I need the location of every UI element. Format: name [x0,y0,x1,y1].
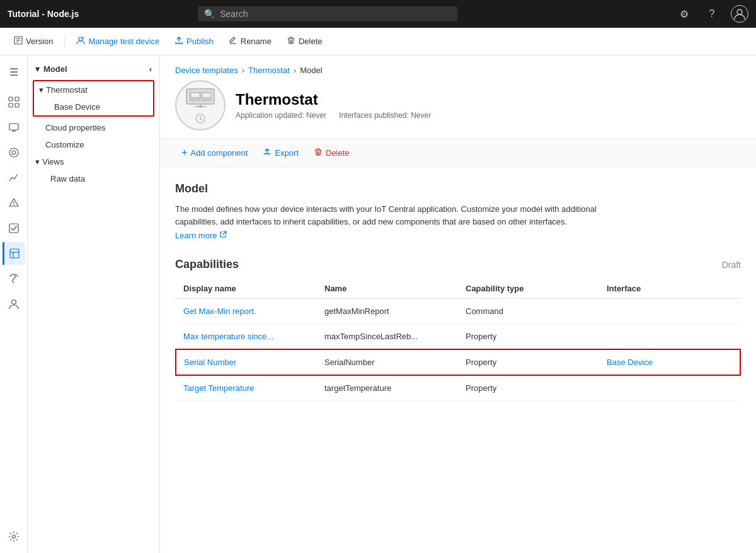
capability-display-name[interactable]: Serial Number [176,349,317,375]
sidebar-thermostat-item[interactable]: ▾ Thermostat [34,81,153,98]
search-input[interactable] [220,9,451,19]
capability-type: Property [458,375,599,401]
delete-content-button[interactable]: Delete [307,144,356,161]
content-body: Model The model defines how your device … [160,167,756,416]
sidebar-collapse-toggle[interactable]: ‹ [149,64,152,74]
sidebar-customize-item[interactable]: Customize [28,136,159,153]
table-row[interactable]: Get Max-Min report.getMaxMinReportComman… [176,299,740,324]
device-groups-icon[interactable] [3,141,25,164]
help-icon[interactable]: ? [703,5,721,23]
manage-test-device-button[interactable]: Manage test device [70,33,166,50]
settings-nav-icon[interactable] [3,525,25,548]
device-templates-icon[interactable] [3,242,25,265]
manage-device-icon [76,36,85,47]
model-collapse-icon: ▾ [35,64,40,74]
capabilities-thead: Display name Name Capability type Interf… [176,279,740,299]
svg-point-23 [11,300,16,305]
devices-icon[interactable] [3,116,25,139]
col-capability-type: Capability type [458,279,599,299]
delete-toolbar-button[interactable]: Delete [280,33,329,50]
sidebar-cloud-properties-item[interactable]: Cloud properties [28,119,159,136]
capability-interface [599,375,740,401]
svg-rect-10 [15,103,19,107]
capability-display-name[interactable]: Target Temperature [176,375,317,401]
capability-link[interactable]: Serial Number [184,358,236,367]
sidebar-thermostat-group: ▾ Thermostat Base Device [33,80,154,117]
capability-link[interactable]: Max temperature since... [183,332,273,341]
svg-rect-8 [15,97,19,101]
capability-interface [599,324,740,350]
sidebar-model-section: ▾ Model ‹ ▾ Thermostat Base Device Cloud… [28,55,159,192]
sidebar-thermostat-label: Thermostat [46,85,88,95]
data-export-icon[interactable] [3,267,25,290]
breadcrumb-device-templates[interactable]: Device templates [175,66,238,75]
main-content: Device templates › Thermostat › Model [160,55,756,553]
add-icon: + [181,147,187,158]
sidebar-raw-data-item[interactable]: Raw data [28,170,159,187]
col-name: Name [317,279,458,299]
jobs-icon[interactable] [3,217,25,240]
settings-icon[interactable]: ⚙ [675,5,693,23]
export-label: Export [275,148,299,158]
page-header: Device templates › Thermostat › Model [160,55,756,139]
left-nav: ☰ [0,55,28,553]
analytics-icon[interactable] [3,166,25,189]
draft-badge: Draft [722,260,741,270]
col-display-name: Display name [176,279,317,299]
device-icon [175,80,226,131]
breadcrumb-sep-2: › [294,66,296,75]
main-toolbar: Version Manage test device Publish Renam… [0,28,756,55]
capability-link[interactable]: Target Temperature [183,383,255,393]
sidebar-base-device-item[interactable]: Base Device [34,98,153,115]
svg-rect-11 [9,124,18,130]
sidebar-views-header[interactable]: ▾ Views [28,153,159,170]
page-meta: Application updated: Never Interfaces pu… [236,111,431,120]
publish-label: Publish [186,37,214,46]
topbar: Tutorial - Node.js 🔍 ⚙ ? [0,0,756,28]
delete-icon [287,36,295,47]
main-layout: ☰ [0,55,756,553]
interface-link[interactable]: Base Device [607,358,653,367]
sidebar-model-header[interactable]: ▾ Model ‹ [28,61,159,78]
search-bar[interactable]: 🔍 [198,6,457,21]
export-button[interactable]: Export [256,144,305,161]
capability-name: SerialNumber [317,349,458,375]
publish-button[interactable]: Publish [168,33,220,50]
delete-label: Delete [299,37,323,46]
capabilities-title: Capabilities [175,258,239,271]
version-button[interactable]: Version [8,33,59,50]
model-section-title: Model [175,182,741,195]
capability-display-name[interactable]: Max temperature since... [176,324,317,350]
sidebar-cloud-properties-label: Cloud properties [45,123,105,132]
capability-name: targetTemperature [317,375,458,401]
capability-display-name[interactable]: Get Max-Min report. [176,299,317,324]
version-icon [14,36,23,47]
hamburger-icon[interactable]: ☰ [3,61,25,83]
toolbar-sep-1 [64,35,65,48]
table-row[interactable]: Max temperature since...maxTempSinceLast… [176,324,740,350]
svg-rect-19 [9,224,18,233]
dashboard-icon[interactable] [3,91,25,114]
breadcrumb: Device templates › Thermostat › Model [175,66,741,75]
delete-content-label: Delete [326,148,350,158]
capability-name: maxTempSinceLastReb... [317,324,458,350]
breadcrumb-thermostat[interactable]: Thermostat [248,66,290,75]
capability-type: Property [458,324,599,350]
add-component-button[interactable]: + Add component [175,144,254,161]
capability-type: Property [458,349,599,375]
access-icon[interactable] [3,293,25,315]
model-description: The model defines how your device intera… [175,203,629,228]
capabilities-table: Display name Name Capability type Interf… [175,279,741,401]
capability-link[interactable]: Get Max-Min report. [183,306,256,316]
export-icon [263,148,272,158]
table-row[interactable]: Target TemperaturetargetTemperaturePrope… [176,375,740,401]
rules-icon[interactable] [3,192,25,214]
sidebar: ▾ Model ‹ ▾ Thermostat Base Device Cloud… [28,55,160,553]
learn-more-link[interactable]: Learn more [175,231,227,240]
avatar[interactable] [731,5,748,23]
svg-rect-7 [9,97,13,101]
sidebar-views-label: Views [42,157,64,166]
page-title-area: Thermostat Application updated: Never In… [175,80,741,131]
rename-button[interactable]: Rename [222,33,278,50]
table-row[interactable]: Serial NumberSerialNumberPropertyBase De… [176,349,740,375]
